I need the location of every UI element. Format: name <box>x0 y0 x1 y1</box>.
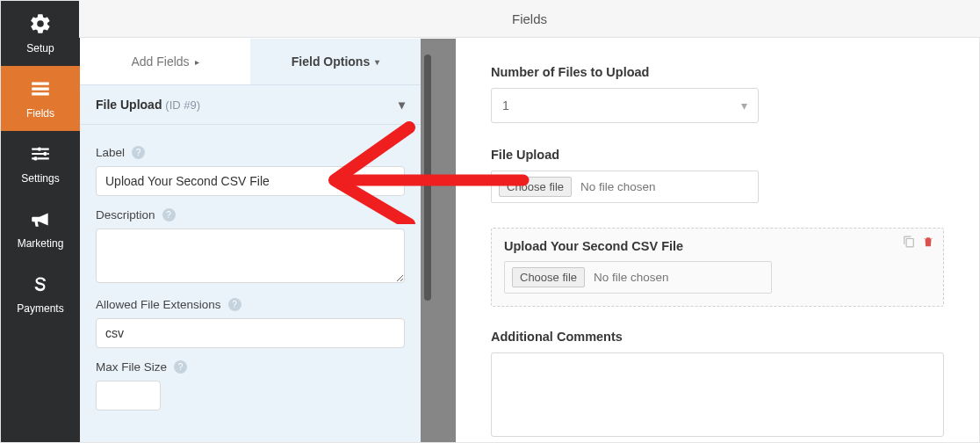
sidebar-item-label: Marketing <box>18 237 64 250</box>
sidebar-item-label: Settings <box>21 172 59 185</box>
preview-file-upload-1[interactable]: File Upload Choose file No file chosen <box>491 148 944 203</box>
file-input[interactable]: Choose file No file chosen <box>491 171 759 203</box>
section-title: File Upload (ID #9) <box>96 98 200 112</box>
trash-icon[interactable] <box>922 236 934 251</box>
help-icon[interactable]: ? <box>174 360 187 374</box>
preview-label: Additional Comments <box>491 330 944 344</box>
sidebar-item-setup[interactable]: Setup <box>1 1 80 66</box>
preview-num-files[interactable]: Number of Files to Upload 1 ▾ <box>491 65 944 123</box>
max-filesize-input[interactable] <box>96 381 161 410</box>
preview-label: Number of Files to Upload <box>491 65 944 79</box>
help-icon[interactable]: ? <box>228 298 241 311</box>
panel-tabs: Add Fields ▸ Field Options ▾ <box>80 39 421 84</box>
allowed-extensions-input[interactable] <box>96 318 405 348</box>
sliders-icon <box>29 142 52 168</box>
max-filesize-label: Max File Size ? <box>96 360 405 374</box>
chevron-down-icon: ▾ <box>741 98 747 113</box>
choose-file-button[interactable]: Choose file <box>512 267 585 287</box>
label-input[interactable] <box>96 166 405 196</box>
comments-textarea[interactable] <box>491 352 944 437</box>
svg-point-0 <box>38 147 41 150</box>
preview-file-upload-2[interactable]: Upload Your Second CSV File Choose file … <box>491 228 944 307</box>
bullhorn-icon <box>29 207 52 233</box>
sidebar-item-fields[interactable]: Fields <box>1 66 80 131</box>
sidebar-item-settings[interactable]: Settings <box>1 131 80 196</box>
gear-icon <box>29 12 52 38</box>
chevron-down-icon: ▾ <box>375 57 379 67</box>
file-input[interactable]: Choose file No file chosen <box>504 261 772 294</box>
scrollbar[interactable] <box>424 54 431 301</box>
form-preview: Number of Files to Upload 1 ▾ File Uploa… <box>456 39 979 442</box>
page-title: Fields <box>512 11 547 26</box>
sidebar-item-label: Payments <box>17 302 63 315</box>
tab-label: Add Fields <box>131 54 189 69</box>
label-label: Label ? <box>96 146 405 159</box>
select-value: 1 <box>502 98 509 113</box>
preview-label: Upload Your Second CSV File <box>504 239 931 253</box>
chevron-down-icon: ▾ <box>399 98 405 112</box>
field-options-panel: Add Fields ▸ Field Options ▾ File Upload… <box>80 39 421 442</box>
sidebar-item-label: Fields <box>26 107 54 120</box>
app-sidebar: Setup Fields Settings Marketing Payments <box>1 1 80 442</box>
choose-file-button[interactable]: Choose file <box>499 177 572 197</box>
file-placeholder: No file chosen <box>594 271 669 284</box>
duplicate-icon[interactable] <box>903 236 915 251</box>
tab-add-fields[interactable]: Add Fields ▸ <box>80 39 250 84</box>
help-icon[interactable]: ? <box>162 208 176 222</box>
section-header[interactable]: File Upload (ID #9) ▾ <box>80 84 421 125</box>
allowed-extensions-label: Allowed File Extensions ? <box>96 298 405 311</box>
sidebar-item-payments[interactable]: Payments <box>1 261 80 326</box>
file-placeholder: No file chosen <box>580 180 656 193</box>
preview-label: File Upload <box>491 148 944 162</box>
tab-label: Field Options <box>292 54 370 69</box>
svg-point-1 <box>43 152 47 156</box>
description-input[interactable] <box>96 229 405 283</box>
svg-point-2 <box>33 156 37 160</box>
sidebar-item-marketing[interactable]: Marketing <box>1 196 80 261</box>
dollar-icon <box>29 272 52 298</box>
tab-field-options[interactable]: Field Options ▾ <box>250 39 421 84</box>
page-title-bar: Fields <box>79 0 980 38</box>
sidebar-item-label: Setup <box>26 42 54 54</box>
panel-divider <box>421 39 456 442</box>
description-label: Description ? <box>96 208 405 222</box>
chevron-right-icon: ▸ <box>195 57 199 67</box>
list-icon <box>29 77 52 103</box>
section-id: (ID #9) <box>165 98 200 112</box>
preview-additional-comments[interactable]: Additional Comments <box>491 330 944 437</box>
num-files-select[interactable]: 1 ▾ <box>491 88 759 123</box>
help-icon[interactable]: ? <box>132 146 145 159</box>
